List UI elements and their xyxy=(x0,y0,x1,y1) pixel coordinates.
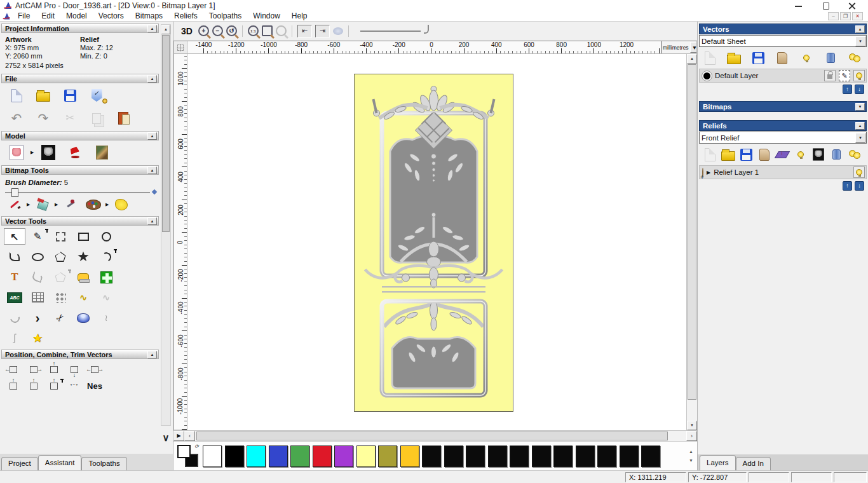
tab-assistant[interactable]: Assistant xyxy=(38,455,82,470)
snap-layer-button[interactable]: ✎ xyxy=(839,70,850,81)
create-text-tool[interactable]: T xyxy=(4,269,25,285)
revolve-vectors-tool[interactable] xyxy=(72,310,94,326)
toggle-all-reliefs-button[interactable] xyxy=(846,147,863,162)
scrollbar-thumb[interactable] xyxy=(196,432,668,440)
create-arc-tool[interactable] xyxy=(95,248,117,265)
toggle-right-panel-button[interactable]: ⇥ xyxy=(315,25,330,37)
paste-button[interactable] xyxy=(111,109,136,128)
lock-layer-button[interactable] xyxy=(824,70,836,81)
menu-item[interactable]: Window xyxy=(247,11,286,21)
scroll-up-button[interactable]: ▲ xyxy=(161,25,170,34)
cut-button[interactable]: ✂ xyxy=(57,109,83,128)
paste-text-block-tool[interactable]: ABC xyxy=(4,289,25,306)
flyout-arrow-icon[interactable]: ▶ xyxy=(31,150,34,155)
layer-visibility-button[interactable] xyxy=(853,167,865,178)
greyscale-preview-button[interactable] xyxy=(810,147,827,162)
vertical-scrollbar[interactable]: ▲ ▼ xyxy=(686,54,697,430)
open-model-button[interactable] xyxy=(31,86,56,105)
move-layer-up-button[interactable]: ↑ xyxy=(843,85,852,94)
move-layer-up-button[interactable]: ↑ xyxy=(843,181,852,191)
collapse-section-button[interactable]: ▲ xyxy=(147,217,157,225)
colour-swatch[interactable] xyxy=(620,446,639,467)
align-top-button[interactable]: ↑ xyxy=(44,362,64,377)
tab-project[interactable]: Project xyxy=(1,457,38,470)
center-in-page-button[interactable]: ↑ xyxy=(4,378,23,393)
pane-split-button[interactable]: ▶ xyxy=(173,431,184,441)
select-vectors-tool[interactable]: ↖ xyxy=(4,228,25,245)
create-circle-tool[interactable] xyxy=(95,228,117,245)
collapse-section-button[interactable]: ▲ xyxy=(855,25,865,33)
vector-doctor-tool[interactable]: ★ xyxy=(27,330,48,346)
relief-dropdown[interactable]: Front Relief ▼ xyxy=(699,132,867,144)
delete-relief-layer-button[interactable] xyxy=(829,147,845,162)
collapse-section-button[interactable]: ▲ xyxy=(855,122,865,130)
save-model-button[interactable] xyxy=(57,86,83,105)
create-polyline-tool[interactable] xyxy=(4,248,25,265)
layer-colour-swatch[interactable] xyxy=(702,71,712,81)
toggle-left-panel-button[interactable]: ⇤ xyxy=(297,25,312,37)
toggle-all-layers-button[interactable] xyxy=(846,50,863,65)
align-bottom-button[interactable]: ↓ xyxy=(65,362,84,377)
colour-swatch[interactable] xyxy=(466,446,485,467)
open-vector-layer-button[interactable] xyxy=(726,50,742,65)
toggle-relief-visibility-button[interactable] xyxy=(792,147,809,162)
colour-swatch[interactable] xyxy=(488,446,507,467)
merge-relief-layers-button[interactable] xyxy=(756,147,773,162)
options-button[interactable] xyxy=(84,86,109,105)
scroll-left-button[interactable]: ‹ xyxy=(184,431,195,441)
new-vector-layer-button[interactable] xyxy=(702,50,718,65)
align-right-button[interactable]: → xyxy=(24,362,43,377)
colour-swatch[interactable] xyxy=(532,446,551,467)
colour-swatch[interactable] xyxy=(597,446,616,467)
add-vectors-tool[interactable] xyxy=(95,269,117,285)
zoom-in-button[interactable]: + xyxy=(198,25,209,36)
mdi-restore-button[interactable]: ❐ xyxy=(840,12,851,20)
greyscale-from-model-button[interactable] xyxy=(4,143,29,162)
flood-fill-tool[interactable] xyxy=(32,196,53,213)
menu-item[interactable]: Edit xyxy=(36,11,60,21)
block-copy-tool[interactable] xyxy=(50,289,71,306)
colour-swatch[interactable] xyxy=(247,446,266,467)
palette-scroll-down-button[interactable]: ▼ xyxy=(689,459,693,463)
assistant-scrollbar[interactable]: ▲ xyxy=(161,24,171,426)
menu-item[interactable]: Toolpaths xyxy=(203,11,247,21)
colour-swatch[interactable] xyxy=(269,446,288,467)
menu-item[interactable]: Bitmaps xyxy=(130,11,168,21)
menu-item[interactable]: Reliefs xyxy=(168,11,203,21)
scroll-right-button[interactable]: › xyxy=(686,431,697,441)
slider-thumb[interactable] xyxy=(11,188,18,197)
envelope-distortion-tool[interactable] xyxy=(27,289,48,306)
zoom-previous-button[interactable]: ↺ xyxy=(226,25,237,36)
zoom-to-object-button[interactable] xyxy=(276,25,287,36)
layer-visibility-button[interactable] xyxy=(853,70,865,81)
colour-swatch[interactable] xyxy=(225,446,244,467)
create-vector-points-tool[interactable]: ∿ xyxy=(72,289,94,306)
merge-vector-layers-button[interactable] xyxy=(774,50,790,65)
colour-swatch[interactable] xyxy=(422,446,441,467)
mdi-close-button[interactable]: ✕ xyxy=(852,12,863,20)
new-relief-layer-button[interactable] xyxy=(702,147,718,162)
array-copy-button[interactable]: ⁺˚⁺ xyxy=(65,378,84,393)
tab-add-in[interactable]: Add In xyxy=(736,457,771,470)
colour-picker-tool[interactable] xyxy=(60,196,81,213)
colour-swatch[interactable] xyxy=(334,446,353,467)
collapse-section-button[interactable]: ▲ xyxy=(147,25,157,32)
menu-item[interactable]: File xyxy=(12,11,36,21)
load-bitmap-button[interactable] xyxy=(89,143,114,162)
flyout-arrow-icon[interactable]: ▶ xyxy=(55,202,58,207)
create-arrow-tool[interactable]: › xyxy=(27,310,48,326)
collapse-section-button[interactable]: ▲ xyxy=(147,167,157,174)
expand-layer-icon[interactable]: ▶ xyxy=(707,170,710,175)
colour-swatch[interactable] xyxy=(313,446,332,467)
copy-button[interactable] xyxy=(84,109,109,128)
tab-layers[interactable]: Layers xyxy=(700,455,736,470)
relief-layer-row[interactable]: ▶ Relief Layer 1 xyxy=(699,165,867,179)
measure-tool[interactable] xyxy=(72,269,94,285)
move-layer-down-button[interactable]: ↓ xyxy=(855,181,864,191)
flyout-arrow-icon[interactable]: ▶ xyxy=(105,202,109,207)
save-vector-layer-button[interactable] xyxy=(750,50,766,65)
center-horizontal-button[interactable]: ←→ xyxy=(85,362,104,377)
colour-swatch[interactable] xyxy=(203,446,222,467)
create-polygon-tool[interactable] xyxy=(50,248,71,265)
open-relief-layer-button[interactable] xyxy=(720,147,736,162)
